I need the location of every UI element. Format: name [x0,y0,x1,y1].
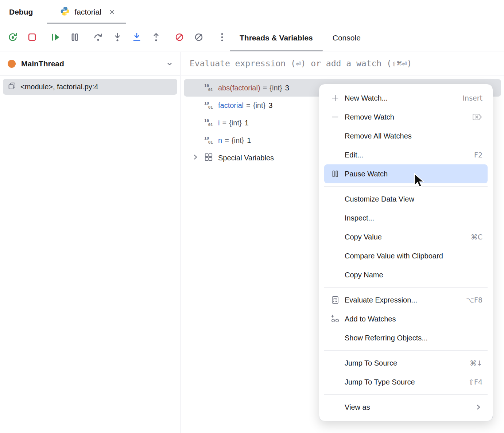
equals-sign: = [225,136,229,145]
menu-item-show-referring-objects[interactable]: Show Referring Objects... [324,328,488,347]
menu-item-remove-all-watches[interactable]: Remove All Watches [324,126,488,145]
frame-label: <module>, factorial.py:4 [20,83,98,91]
frame-row[interactable]: <module>, factorial.py:4 [3,79,177,95]
more-icon [217,32,228,44]
pause-icon [69,32,80,44]
equals-sign: = [222,119,226,127]
equals-sign: = [263,84,267,92]
menu-separator [324,350,488,351]
python-icon [60,6,70,18]
header: Debug factorial [0,0,504,24]
variable-value: 3 [285,84,289,92]
step-out-button[interactable] [148,30,164,46]
variable-value: 1 [247,136,251,145]
submenu-chevron-icon [474,403,482,411]
toolbar-group-step [90,30,164,46]
menu-item-add-to-watches[interactable]: Add to Watches [324,309,488,328]
tab-factorial[interactable]: factorial [55,0,121,24]
toolbar-group-breakpoints [171,30,207,46]
tab-threads-variables-label: Threads & Variables [240,34,313,42]
menu-item-pause-watch[interactable]: Pause Watch [324,164,488,183]
menu-item-edit[interactable]: Edit... F2 [324,145,488,164]
variable-name: i [218,119,220,127]
variable-type: {int} [229,119,241,127]
active-view-tab-underline [230,50,323,51]
mute-breakpoints-button[interactable] [191,30,207,46]
expand-chevron-icon[interactable] [191,153,199,163]
group-grid-icon [204,152,213,164]
menu-item-copy-value[interactable]: Copy Value ⌘C [324,227,488,246]
menu-separator [324,287,488,288]
stop-icon [27,32,38,44]
shortcut-label: ⌘↓ [470,359,482,367]
variable-type: {int} [270,84,282,92]
menu-item-jump-to-source[interactable]: Jump To Source ⌘↓ [324,354,488,372]
more-button[interactable] [214,30,230,46]
stop-button[interactable] [24,30,40,46]
force-step-into-button[interactable] [129,30,145,46]
debug-toolbar: Threads & Variables Console [0,24,504,51]
menu-item-copy-name[interactable]: Copy Name [324,265,488,284]
step-over-icon [93,32,104,44]
force-step-into-icon [131,32,142,44]
menu-separator [324,394,488,395]
thread-status-icon [8,60,16,68]
menu-item-remove-watch[interactable]: Remove Watch [324,108,488,126]
toolbar-group-more [214,30,230,46]
menu-item-jump-to-type-source[interactable]: Jump To Type Source ⇧F4 [324,372,488,391]
rerun-button[interactable] [5,30,21,46]
int-icon: 1001 [204,136,213,144]
equals-sign: = [246,101,251,110]
step-into-icon [112,32,123,44]
shortcut-label: ⌘C [471,233,482,241]
menu-item-customize-data-view[interactable]: Customize Data View [324,190,488,208]
view-breakpoints-button[interactable] [171,30,187,46]
evaluate-expression-input[interactable]: Evaluate expression (⏎) or add a watch (… [181,52,504,75]
variable-type: {int} [253,101,265,110]
step-over-button[interactable] [90,30,106,46]
int-icon: 1001 [204,119,213,127]
chevron-down-icon [166,60,174,68]
menu-item-compare-value-with-clipboard[interactable]: Compare Value with Clipboard [324,246,488,265]
variable-value: 3 [268,101,272,110]
menu-item-evaluate-expression[interactable]: Evaluate Expression... ⌥F8 [324,290,488,309]
mute-breakpoints-icon [193,32,204,44]
variable-name: factorial [218,101,244,110]
plus-icon [329,92,341,104]
debug-title: Debug [9,8,33,16]
watch-name: abs(factorial) [218,84,260,92]
variable-type: {int} [232,136,244,145]
frame-icon [8,82,16,92]
frames-pane: MainThread <module>, factorial.py:4 [0,52,181,433]
resume-button[interactable] [47,30,63,46]
menu-item-inspect[interactable]: Inspect... [324,208,488,227]
close-icon[interactable] [108,8,116,16]
calculator-icon [329,294,341,306]
shortcut-label: ⌥F8 [466,296,482,304]
evaluate-placeholder: Evaluate expression (⏎) or add a watch (… [190,59,412,68]
step-into-button[interactable] [109,30,125,46]
toolbar-group-run [5,30,40,46]
tab-console[interactable]: Console [323,24,371,51]
watch-context-menu: New Watch... Insert Remove Watch Remove … [319,84,493,421]
view-breakpoints-icon [174,32,185,44]
tab-label: factorial [74,8,101,16]
debug-tool-window: Debug factorial [0,0,504,433]
int-icon: 1001 [204,101,213,109]
delete-key-icon [472,113,482,121]
step-out-icon [151,32,162,44]
thread-name: MainThread [21,59,64,68]
toolbar-group-resume [47,30,83,46]
add-to-watches-icon [329,313,341,325]
menu-item-view-as[interactable]: View as [324,398,488,417]
frame-list: <module>, factorial.py:4 [0,76,180,98]
thread-selector[interactable]: MainThread [0,52,180,76]
shortcut-label: Insert [463,94,483,102]
pause-button[interactable] [67,30,83,46]
tab-threads-variables[interactable]: Threads & Variables [230,24,323,51]
shortcut-label: ⇧F4 [468,378,482,386]
minus-icon [329,111,341,123]
menu-separator [324,186,488,187]
shortcut-label: F2 [474,151,482,159]
menu-item-new-watch[interactable]: New Watch... Insert [324,89,488,108]
